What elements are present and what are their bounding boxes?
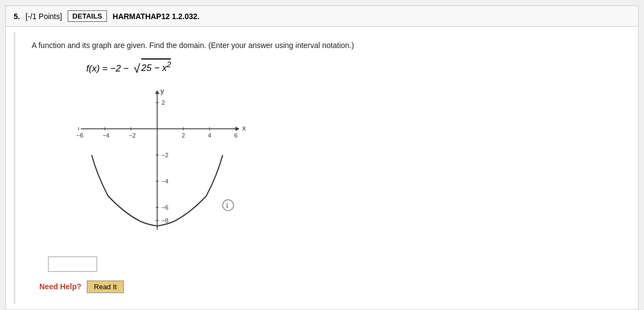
page-container: 5. [-/1 Points] DETAILS HARMATHAP12 1.2.… xyxy=(5,5,639,310)
need-help-row: Need Help? Read It xyxy=(32,281,614,293)
answer-input[interactable] xyxy=(48,257,97,272)
answer-box-area xyxy=(48,257,614,272)
y-tick-n8: −8 xyxy=(162,217,169,224)
formula-lhs: f(x) xyxy=(86,63,100,74)
x-tick-2: 2 xyxy=(182,132,185,139)
info-icon-text: ℹ xyxy=(226,202,229,210)
sqrt-symbol: √ xyxy=(134,63,140,75)
question-code: HARMATHAP12 1.2.032. xyxy=(112,12,199,21)
points-label: [-/1 Points] xyxy=(26,12,62,21)
y-tick-n2: −2 xyxy=(162,152,169,158)
x-axis-label: x xyxy=(242,124,246,132)
x-tick-6: 6 xyxy=(234,132,237,139)
y-tick-n6: −6 xyxy=(162,204,169,211)
y-axis-arrow xyxy=(155,91,159,94)
need-help-label: Need Help? xyxy=(39,282,81,291)
x-tick-n4: −4 xyxy=(103,132,110,139)
read-it-button[interactable]: Read It xyxy=(87,281,124,293)
question-text: A function and its graph are given. Find… xyxy=(32,41,614,50)
formula-display: f(x) = −2 − √ 25 − x2 xyxy=(86,58,614,74)
x-tick-n6: −6 xyxy=(76,132,84,139)
sqrt-expression: √ 25 − x2 xyxy=(134,58,171,74)
question-header: 5. [-/1 Points] DETAILS HARMATHAP12 1.2.… xyxy=(6,6,638,27)
question-body: A function and its graph are given. Find… xyxy=(14,32,630,304)
x-axis-arrow xyxy=(236,127,239,131)
x-tick-n2: −2 xyxy=(129,132,136,139)
y-tick-n4: −4 xyxy=(162,178,169,184)
graph-svg: x y −6 −4 −2 2 4 6 xyxy=(64,85,250,238)
y-axis-label: y xyxy=(160,87,164,95)
formula-equals: = −2 − xyxy=(102,63,131,74)
question-number: 5. xyxy=(14,12,20,21)
details-button[interactable]: DETAILS xyxy=(68,10,108,22)
sqrt-radicand: 25 − x2 xyxy=(141,58,171,74)
graph-area: x y −6 −4 −2 2 4 6 xyxy=(64,85,250,240)
y-tick-2: 2 xyxy=(162,99,165,106)
x-tick-4: 4 xyxy=(208,132,211,139)
